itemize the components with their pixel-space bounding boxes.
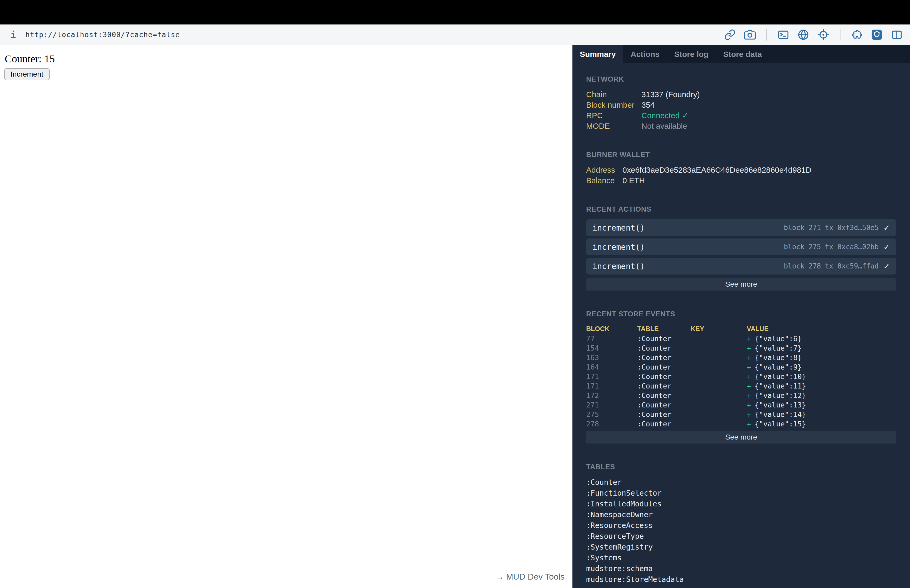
event-value: +{"value":12} xyxy=(747,391,896,400)
plus-icon: + xyxy=(747,354,751,362)
event-value-json: {"value":11} xyxy=(755,382,806,390)
event-block: 163 xyxy=(586,353,637,362)
plus-icon: + xyxy=(747,372,751,381)
event-value: +{"value":9} xyxy=(747,362,896,372)
check-icon: ✓ xyxy=(883,242,890,252)
action-name: increment() xyxy=(592,223,645,233)
event-key xyxy=(691,344,747,353)
wallet-balance-value: 0 ETH xyxy=(622,175,896,186)
split-columns-icon[interactable] xyxy=(891,29,903,40)
tab-summary[interactable]: Summary xyxy=(572,45,623,63)
network-rpc-value: Connected ✓ xyxy=(642,110,896,121)
store-events-section: RECENT STORE EVENTS BLOCK TABLE KEY VALU… xyxy=(586,310,896,444)
increment-button[interactable]: Increment xyxy=(4,68,50,80)
tab-store-log[interactable]: Store log xyxy=(667,45,716,63)
action-meta: block 278 tx 0xc59…ffad xyxy=(784,262,879,270)
window-top-bar xyxy=(0,0,910,24)
puzzle-icon[interactable] xyxy=(851,29,863,40)
tab-actions[interactable]: Actions xyxy=(623,45,667,63)
wallet-address-label: Address xyxy=(586,165,622,175)
event-table: :Counter xyxy=(637,381,691,391)
actions-see-more-button[interactable]: See more xyxy=(586,278,896,291)
action-name: increment() xyxy=(592,242,645,252)
wallet-balance-label: Balance xyxy=(586,175,622,186)
network-mode-value: Not available xyxy=(642,121,896,131)
store-event-row: 171 :Counter +{"value":10} xyxy=(586,372,896,381)
mud-devtools-toggle[interactable]: → MUD Dev Tools xyxy=(495,572,564,582)
event-block: 154 xyxy=(586,344,637,353)
toolbar-separator xyxy=(766,29,767,40)
event-key xyxy=(691,391,747,400)
plus-icon: + xyxy=(747,410,751,418)
plus-icon: + xyxy=(747,420,751,428)
event-value-json: {"value":12} xyxy=(755,391,806,399)
event-value: +{"value":15} xyxy=(747,419,896,429)
event-table: :Counter xyxy=(637,410,691,419)
event-key xyxy=(691,410,747,419)
store-events-header-row: BLOCK TABLE KEY VALUE xyxy=(586,324,896,333)
event-value-json: {"value":10} xyxy=(755,372,806,381)
info-icon[interactable]: i xyxy=(11,29,16,40)
event-key xyxy=(691,334,747,344)
event-table: :Counter xyxy=(637,391,691,400)
event-key xyxy=(691,381,747,391)
network-chain-value: 31337 (Foundry) xyxy=(642,89,896,100)
url-text[interactable]: http://localhost:3000/?cache=false xyxy=(25,31,180,39)
table-item: :Counter xyxy=(586,477,896,488)
burner-wallet-section-title: BURNER WALLET xyxy=(586,151,896,159)
table-item: :FunctionSelector xyxy=(586,488,896,499)
action-meta: block 275 tx 0xca8…02bb xyxy=(784,243,879,251)
table-item: :SystemRegistry xyxy=(586,542,896,552)
action-row[interactable]: increment() block 271 tx 0xf3d…50e5 ✓ xyxy=(586,219,896,236)
plus-icon: + xyxy=(747,334,751,343)
event-value-json: {"value":13} xyxy=(755,401,806,409)
action-row[interactable]: increment() block 275 tx 0xca8…02bb ✓ xyxy=(586,239,896,255)
recent-actions-section-title: RECENT ACTIONS xyxy=(586,205,896,213)
event-value: +{"value":14} xyxy=(747,410,896,419)
action-name: increment() xyxy=(592,262,645,271)
table-item: :NamespaceOwner xyxy=(586,509,896,520)
check-icon: ✓ xyxy=(883,223,890,233)
events-see-more-button[interactable]: See more xyxy=(586,431,896,444)
burner-wallet-section: BURNER WALLET Address 0xe6fd3aeD3e5283aE… xyxy=(586,151,896,186)
check-icon: ✓ xyxy=(883,262,890,271)
event-value-json: {"value":14} xyxy=(755,410,806,418)
event-table: :Counter xyxy=(637,353,691,362)
browser-toolbar xyxy=(724,29,903,40)
table-item: :ResourceType xyxy=(586,531,896,542)
event-table: :Counter xyxy=(637,362,691,372)
plus-icon: + xyxy=(747,344,751,352)
event-block: 275 xyxy=(586,410,637,419)
store-event-row: 163 :Counter +{"value":8} xyxy=(586,353,896,362)
shield-icon[interactable] xyxy=(871,29,883,40)
event-block: 171 xyxy=(586,381,637,391)
camera-icon[interactable] xyxy=(744,29,756,40)
event-block: 278 xyxy=(586,419,637,429)
col-header-key: KEY xyxy=(691,324,747,333)
action-row[interactable]: increment() block 278 tx 0xc59…ffad ✓ xyxy=(586,258,896,275)
network-rpc-label: RPC xyxy=(586,110,642,121)
event-value: +{"value":6} xyxy=(747,334,896,344)
col-header-block: BLOCK xyxy=(586,324,637,333)
event-block: 271 xyxy=(586,400,637,410)
table-item: :ResourceAccess xyxy=(586,520,896,531)
plus-icon: + xyxy=(747,391,751,399)
link-icon[interactable] xyxy=(724,29,736,40)
event-block: 77 xyxy=(586,334,637,344)
network-section-title: NETWORK xyxy=(586,75,896,84)
event-value-json: {"value":15} xyxy=(755,420,806,428)
event-key xyxy=(691,372,747,381)
store-event-row: 271 :Counter +{"value":13} xyxy=(586,400,896,410)
devtools-tabbar: Summary Actions Store log Store data xyxy=(572,45,910,63)
crosshair-icon[interactable] xyxy=(818,29,829,40)
globe-icon[interactable] xyxy=(798,29,809,40)
table-item: mudstore:StoreMetadata xyxy=(586,574,896,585)
event-key xyxy=(691,362,747,372)
tab-store-data[interactable]: Store data xyxy=(716,45,769,63)
event-block: 172 xyxy=(586,391,637,400)
tables-section: TABLES :Counter :FunctionSelector :Insta… xyxy=(586,463,896,585)
plus-icon: + xyxy=(747,382,751,390)
terminal-icon[interactable] xyxy=(777,29,789,40)
tables-section-title: TABLES xyxy=(586,463,896,471)
toolbar-separator xyxy=(840,29,840,40)
